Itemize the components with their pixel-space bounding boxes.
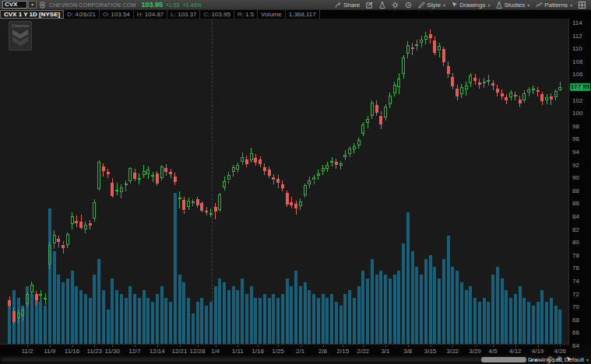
candle-up <box>250 153 253 160</box>
volume-bar <box>218 278 221 345</box>
volume-bar <box>44 306 47 345</box>
candle-wick <box>135 179 135 181</box>
candle-wick <box>278 183 279 188</box>
volume-bar <box>178 275 181 345</box>
candle-wick <box>368 123 368 128</box>
volume-bar <box>312 294 315 345</box>
candle-wick <box>466 89 466 95</box>
candle-up <box>384 107 387 117</box>
volume-bar <box>151 302 154 345</box>
candle-wick <box>228 180 229 184</box>
candle-wick <box>443 62 444 66</box>
volume-bar <box>142 290 146 345</box>
date-tick-label: 12/28 <box>189 348 205 355</box>
candle-down <box>375 105 378 113</box>
price-tick-label: 102 <box>572 97 582 104</box>
settings-button[interactable] <box>389 0 402 10</box>
cursor-icon <box>452 2 458 9</box>
drawing-set-selector[interactable]: Drawing set: Default ▾ <box>528 355 589 364</box>
volume-bar <box>389 278 392 345</box>
volume-bar <box>371 259 374 345</box>
volume-bar <box>420 275 423 345</box>
date-tick-label: 4/12 <box>509 348 522 355</box>
price-tick-label: 98 <box>572 123 579 130</box>
candle-wick <box>484 83 484 88</box>
price-tick-label: 64 <box>572 342 579 349</box>
candle-wick <box>488 75 489 80</box>
style-button[interactable]: Style▾ <box>415 0 449 10</box>
horizontal-scrollbar-track[interactable] <box>2 358 500 362</box>
candle-down <box>174 177 177 182</box>
date-tick-label: 4/19 <box>532 348 544 355</box>
date-tick <box>515 345 516 347</box>
candle-up <box>522 93 526 100</box>
layout-grid-button[interactable] <box>575 0 589 10</box>
chart-title[interactable]: CVX 1 Y 1D [NYSE] <box>0 10 64 19</box>
symbol-input[interactable]: CVX <box>2 1 27 9</box>
alerts-button[interactable] <box>402 0 415 10</box>
candle-wick <box>192 203 193 205</box>
candle-wick <box>246 164 247 167</box>
volume-bar <box>250 286 253 345</box>
top-toolbar: CVX ▾ CHEVRON CORPORATION COM 103.95 +1.… <box>0 0 591 10</box>
volume-bar <box>8 302 11 345</box>
candle-up <box>330 161 333 163</box>
price-tick-label: 90 <box>572 174 579 181</box>
date-tick <box>323 345 324 347</box>
candle-wick <box>166 172 167 176</box>
horizontal-scrollbar-thumb[interactable] <box>481 357 526 362</box>
volume-bar <box>66 278 69 345</box>
volume-bar <box>169 302 172 345</box>
quick-study-button[interactable] <box>376 0 389 10</box>
volume-bar <box>558 310 561 345</box>
date-tick-label: 12/21 <box>171 348 187 355</box>
candle-wick <box>282 188 283 191</box>
candle-down <box>164 168 167 172</box>
candlestick-chart[interactable]: Chevron <box>0 19 569 345</box>
volume-bar <box>209 302 213 345</box>
candle-up <box>353 146 356 149</box>
candle-wick <box>9 306 10 307</box>
candle-wick <box>560 82 561 88</box>
field-date: D:4/26/21 <box>64 10 100 19</box>
notes-button[interactable] <box>363 0 376 10</box>
volume-bar <box>133 294 136 345</box>
candle-up <box>299 201 302 206</box>
drawings-button[interactable]: Drawings▾ <box>449 0 493 10</box>
year-boundary-line <box>212 19 213 345</box>
volume-bar <box>62 282 65 345</box>
volume-bar <box>496 267 499 345</box>
price-tick-label: 78 <box>572 252 579 259</box>
candle-wick <box>143 175 144 178</box>
candle-up <box>125 184 128 185</box>
date-axis[interactable]: 11/211/911/1611/2311/3012/712/1412/2112/… <box>0 345 569 355</box>
candle-up <box>366 119 369 124</box>
candle-up <box>146 170 150 174</box>
volume-bar <box>232 286 235 345</box>
candle-down <box>290 202 293 205</box>
candle-wick <box>157 184 157 186</box>
candle-wick <box>153 177 153 182</box>
candle-wick <box>439 51 440 58</box>
price-axis[interactable]: 103.95 114112110108106104102100989694929… <box>569 19 591 345</box>
candle-down <box>254 158 257 163</box>
candle-down <box>540 94 544 101</box>
candle-wick <box>112 196 113 198</box>
link-icon[interactable] <box>40 2 45 9</box>
candle-down <box>496 89 499 93</box>
candle-wick <box>143 165 144 170</box>
studies-button[interactable]: Studies▾ <box>493 0 533 10</box>
share-button[interactable]: Share <box>332 0 363 10</box>
field-range: R:1.5 <box>234 10 258 19</box>
volume-bar <box>227 290 230 345</box>
date-tick-label: 11/9 <box>44 348 55 355</box>
patterns-button[interactable]: Patterns▾ <box>533 0 575 10</box>
candle-up <box>361 124 364 134</box>
volume-bar <box>540 290 544 345</box>
candle-down <box>491 83 494 86</box>
volume-bar <box>263 294 266 345</box>
symbol-dropdown-button[interactable]: ▾ <box>28 1 37 9</box>
volume-bar <box>393 275 396 345</box>
candle-wick <box>296 208 297 215</box>
volume-bar <box>125 298 128 345</box>
